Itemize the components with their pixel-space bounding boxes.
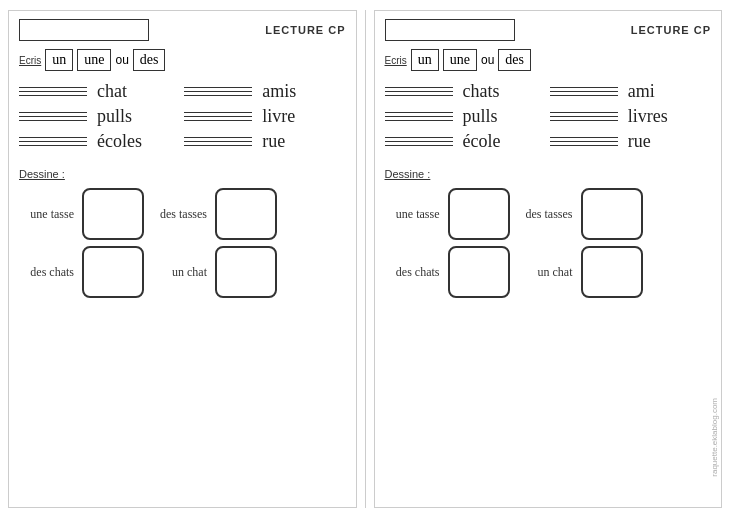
right-draw-box-1a (448, 246, 510, 298)
right-header: LECTURE CP (385, 19, 712, 41)
left-dessine-text-1a: des chats (19, 265, 74, 280)
left-word-label-1: amis (262, 81, 322, 102)
left-dessine-label: Dessine : (19, 168, 346, 180)
left-word-label-0: chat (97, 81, 157, 102)
left-lines-0 (19, 87, 87, 96)
right-word-une: une (443, 49, 477, 71)
left-ou: ou (115, 53, 128, 67)
page: LECTURE CP Ecris un une ou des chat (0, 0, 730, 516)
left-panel: LECTURE CP Ecris un une ou des chat (8, 10, 357, 508)
right-ou: ou (481, 53, 494, 67)
left-word-item-5: rue (184, 131, 345, 152)
right-word-item-1: ami (550, 81, 711, 102)
left-lines-2 (19, 112, 87, 121)
left-lines-5 (184, 137, 252, 146)
left-dessine-grid: une tasse des tasses des chats un chat (19, 188, 346, 298)
right-word-label-0: chats (463, 81, 523, 102)
right-word-item-2: pulls (385, 106, 546, 127)
right-dessine-text-1a: des chats (385, 265, 440, 280)
left-draw-box-1b (215, 246, 277, 298)
right-dessine-grid: une tasse des tasses des chats un chat (385, 188, 712, 298)
right-word-item-5: rue (550, 131, 711, 152)
left-words-grid: chat amis pulls (19, 81, 346, 152)
right-panel: LECTURE CP Ecris un une ou des chats (374, 10, 723, 508)
right-dessine-row-0: une tasse des tasses (385, 188, 712, 240)
right-dessine-section: Dessine : une tasse des tasses des chats… (385, 168, 712, 298)
right-lines-5 (550, 137, 618, 146)
left-dessine-section: Dessine : une tasse des tasses des chats… (19, 168, 346, 298)
left-word-une: une (77, 49, 111, 71)
left-ecris-row: Ecris un une ou des (19, 49, 346, 71)
right-word-item-0: chats (385, 81, 546, 102)
right-lines-1 (550, 87, 618, 96)
left-word-label-3: livre (262, 106, 322, 127)
right-word-label-4: école (463, 131, 523, 152)
left-lines-1 (184, 87, 252, 96)
right-word-item-3: livres (550, 106, 711, 127)
left-lines-3 (184, 112, 252, 121)
right-draw-box-0a (448, 188, 510, 240)
left-title-input[interactable] (19, 19, 149, 41)
left-dessine-row-1: des chats un chat (19, 246, 346, 298)
right-word-label-2: pulls (463, 106, 523, 127)
left-dessine-text-1b: un chat (152, 265, 207, 280)
right-dessine-text-0b: des tasses (518, 207, 573, 222)
left-word-label-4: écoles (97, 131, 157, 152)
left-word-item-1: amis (184, 81, 345, 102)
right-word-des: des (498, 49, 531, 71)
right-draw-box-1b (581, 246, 643, 298)
left-lecture-label: LECTURE CP (265, 24, 345, 36)
right-ecris-row: Ecris un une ou des (385, 49, 712, 71)
right-word-label-1: ami (628, 81, 688, 102)
right-word-item-4: école (385, 131, 546, 152)
left-draw-box-1a (82, 246, 144, 298)
left-word-label-5: rue (262, 131, 322, 152)
left-draw-box-0a (82, 188, 144, 240)
left-word-item-4: écoles (19, 131, 180, 152)
right-lines-2 (385, 112, 453, 121)
right-word-label-5: rue (628, 131, 688, 152)
right-dessine-label: Dessine : (385, 168, 712, 180)
left-dessine-text-0a: une tasse (19, 207, 74, 222)
left-word-label-2: pulls (97, 106, 157, 127)
left-word-item-0: chat (19, 81, 180, 102)
left-lines-4 (19, 137, 87, 146)
left-header: LECTURE CP (19, 19, 346, 41)
left-dessine-row-0: une tasse des tasses (19, 188, 346, 240)
right-dessine-text-1b: un chat (518, 265, 573, 280)
right-dessine-text-0a: une tasse (385, 207, 440, 222)
right-word-label-3: livres (628, 106, 688, 127)
left-dessine-text-0b: des tasses (152, 207, 207, 222)
right-lines-0 (385, 87, 453, 96)
left-word-un: un (45, 49, 73, 71)
right-title-input[interactable] (385, 19, 515, 41)
left-ecris-label: Ecris (19, 55, 41, 66)
right-words-grid: chats ami pulls (385, 81, 712, 152)
right-lines-3 (550, 112, 618, 121)
right-draw-box-0b (581, 188, 643, 240)
right-lecture-label: LECTURE CP (631, 24, 711, 36)
right-dessine-row-1: des chats un chat (385, 246, 712, 298)
left-word-item-2: pulls (19, 106, 180, 127)
left-draw-box-0b (215, 188, 277, 240)
right-lines-4 (385, 137, 453, 146)
watermark: raquette.eklablog.com (710, 398, 719, 477)
right-ecris-label: Ecris (385, 55, 407, 66)
left-word-des: des (133, 49, 166, 71)
left-word-item-3: livre (184, 106, 345, 127)
right-word-un: un (411, 49, 439, 71)
panel-divider (365, 10, 366, 508)
